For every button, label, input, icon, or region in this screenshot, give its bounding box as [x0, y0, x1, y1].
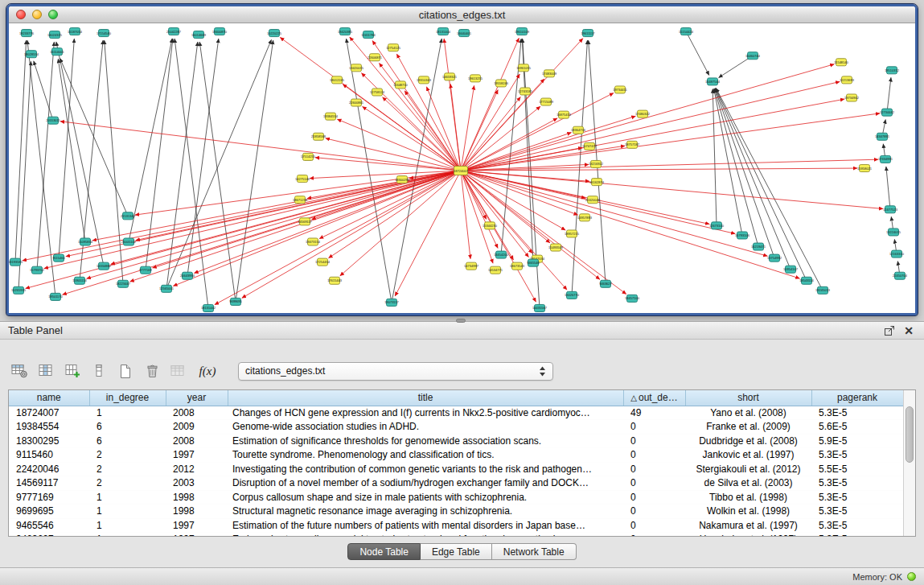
cell-pagerank[interactable]: 5.5E-5 [811, 462, 903, 476]
close-panel-icon[interactable]: ✕ [901, 323, 916, 338]
graph-edge-red[interactable] [461, 171, 799, 278]
cell-year[interactable]: 2008 [166, 434, 228, 448]
cell-short[interactable]: Yano et al. (2008) [685, 406, 811, 420]
graph-edge-red[interactable] [461, 116, 635, 171]
graph-node[interactable]: 10954107 [783, 266, 799, 273]
table-row[interactable]: 1872400712008Changes of HCN gene express… [9, 406, 903, 420]
cell-short[interactable]: Tibbo et al. (1998) [685, 490, 811, 505]
graph-node[interactable]: 16640401 [457, 30, 472, 37]
graph-edge-black[interactable] [199, 42, 236, 302]
graph-edge-black[interactable] [715, 89, 791, 270]
graph-node[interactable]: 14659321 [442, 73, 458, 80]
cell-in_degree[interactable]: 2 [89, 462, 166, 476]
graph-node[interactable]: 12213693 [840, 76, 855, 84]
graph-node[interactable]: 12411784 [361, 31, 376, 39]
graph-edge-red[interactable] [194, 171, 461, 273]
graph-edge-black[interactable] [15, 40, 27, 262]
graph-edge-red[interactable] [461, 171, 883, 208]
graph-node[interactable]: 21531342 [121, 212, 136, 220]
graph-node[interactable]: 22450704 [893, 272, 908, 279]
graph-node[interactable]: 15095834 [78, 238, 93, 245]
cell-name[interactable]: 18300295 [9, 434, 89, 448]
graph-node[interactable]: 9699695 [229, 298, 242, 305]
graph-node[interactable]: 15905114 [72, 277, 87, 284]
graph-node[interactable]: 12754125 [386, 44, 401, 51]
graph-node[interactable]: 18457100 [625, 295, 640, 302]
graph-node[interactable]: 14957893 [577, 214, 593, 221]
cell-pagerank[interactable]: 5.9E-5 [811, 434, 903, 448]
graph-node[interactable]: 9465546 [527, 259, 540, 266]
cell-out_degree[interactable]: 0 [623, 448, 685, 463]
graph-node[interactable]: 17480322 [635, 110, 651, 117]
graph-edge-red[interactable] [383, 97, 461, 171]
graph-node[interactable]: 14534771 [488, 266, 503, 274]
cell-pagerank[interactable]: 5.3E-5 [811, 476, 903, 491]
graph-node[interactable]: 13193585 [9, 258, 23, 266]
network-window-titlebar[interactable]: citations_edges.txt [9, 6, 915, 23]
cell-name[interactable]: 14569117 [9, 476, 89, 491]
cell-out_degree[interactable]: 0 [623, 434, 685, 448]
cell-short[interactable]: Wolkin et al. (1998) [685, 505, 811, 519]
cell-out_degree[interactable]: 49 [623, 406, 685, 420]
tab-node-table[interactable]: Node Table [347, 543, 421, 560]
graph-node[interactable]: 13420015 [349, 64, 364, 72]
cell-name[interactable]: 9115460 [9, 448, 89, 463]
graph-edge-red[interactable] [461, 171, 767, 256]
graph-node[interactable]: 16961055 [516, 64, 532, 72]
graph-node[interactable]: 15344230 [483, 222, 498, 229]
float-panel-icon[interactable] [882, 323, 897, 338]
graph-node[interactable]: 22420046 [585, 196, 601, 204]
graph-node[interactable]: 14024325 [47, 31, 63, 39]
graph-edge-red[interactable] [363, 106, 461, 171]
graph-edge-red[interactable] [23, 171, 461, 261]
cell-in_degree[interactable]: 6 [89, 420, 166, 435]
column-header-pagerank[interactable]: pagerank [811, 390, 903, 406]
table-row[interactable]: 911546021997Tourette syndrome. Phenomeno… [9, 448, 903, 463]
graph-edge-black[interactable] [713, 89, 717, 225]
cell-name[interactable]: 9463627 [9, 533, 89, 538]
cell-year[interactable]: 2008 [166, 406, 228, 420]
graph-node[interactable]: 19558246 [494, 80, 509, 87]
graph-node[interactable]: 14435567 [532, 304, 548, 311]
cell-in_degree[interactable]: 1 [89, 406, 166, 420]
graph-edge-black[interactable] [59, 39, 74, 258]
table-settings-button[interactable] [8, 360, 31, 381]
cell-year[interactable]: 1997 [166, 533, 228, 538]
graph-node[interactable]: 18757187 [625, 141, 640, 148]
graph-node[interactable]: 17615443 [327, 277, 343, 284]
cell-year[interactable]: 1998 [166, 505, 228, 519]
cell-short[interactable]: de Silva et al. (2003) [685, 476, 811, 491]
graph-edge-black[interactable] [716, 89, 807, 281]
cell-in_degree[interactable]: 2 [89, 448, 166, 463]
graph-edge-red[interactable] [461, 118, 557, 171]
graph-node[interactable]: 16187054 [68, 28, 83, 35]
graph-node[interactable]: 17715089 [539, 98, 554, 105]
graph-node[interactable]: 12163310 [889, 250, 905, 257]
graph-node[interactable]: 17254454 [315, 258, 331, 266]
graph-node[interactable]: 20643994 [180, 272, 195, 279]
graph-edge-red[interactable] [329, 171, 461, 258]
graph-edge-black[interactable] [56, 42, 104, 266]
graph-node[interactable]: 18223447 [116, 280, 131, 287]
cell-short[interactable]: Stergiakouli et al. (2012) [685, 462, 811, 476]
graph-edge-black[interactable] [34, 61, 53, 121]
cell-in_degree[interactable]: 6 [89, 434, 166, 448]
graph-node[interactable]: 14734997 [464, 262, 479, 270]
cell-in_degree[interactable]: 2 [89, 476, 166, 491]
table-row[interactable]: 2242004622012Investigating the contribut… [9, 462, 903, 476]
graph-node[interactable]: 19384554 [323, 113, 339, 120]
graph-edge-black[interactable] [18, 61, 31, 290]
graph-edge-red[interactable] [340, 171, 461, 276]
graph-node[interactable]: 18364716 [571, 126, 586, 134]
graph-node[interactable]: 16114001 [50, 48, 64, 56]
cell-in_degree[interactable]: 1 [89, 518, 166, 533]
column-header-title[interactable]: title [228, 390, 623, 406]
cell-pagerank[interactable]: 5.3E-5 [811, 518, 903, 533]
cell-name[interactable]: 19384554 [9, 420, 89, 435]
graph-node[interactable]: 15154424 [679, 28, 694, 35]
cell-in_degree[interactable]: 1 [89, 505, 166, 519]
graph-edge-black[interactable] [523, 39, 540, 308]
graph-node[interactable]: 12477523 [883, 206, 898, 213]
cell-title[interactable]: Tourette syndrome. Phenomenology and cla… [228, 448, 623, 463]
function-builder-button[interactable]: f(x) [194, 360, 221, 381]
